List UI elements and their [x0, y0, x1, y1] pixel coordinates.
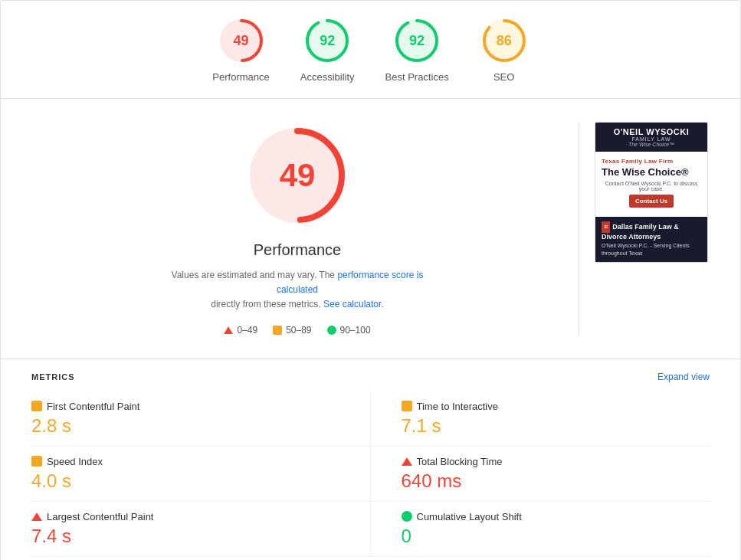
legend-orange-label: 50–89 [286, 325, 311, 336]
legend-triangle-icon [224, 326, 233, 334]
cls-value: 0 [402, 526, 710, 547]
ad-header-main: O'NEIL WYSOCKI [602, 127, 701, 136]
legend-red-label: 0–49 [237, 325, 257, 336]
legend-orange: 50–89 [273, 325, 311, 336]
tbt-status-icon [402, 457, 412, 466]
metric-tbt: Total Blocking Time 640 ms [371, 447, 710, 502]
cls-header: Cumulative Layout Shift [402, 511, 710, 522]
tti-name: Time to Interactive [417, 401, 498, 412]
ad-header-slogan: The Wise Choice™ [602, 142, 701, 147]
score-circle-best-practices: 92 [392, 16, 441, 65]
tbt-name: Total Blocking Time [417, 456, 503, 467]
fcp-value: 2.8 s [31, 415, 339, 437]
score-circle-accessibility: 92 [303, 16, 352, 65]
si-status-icon [31, 456, 42, 467]
tab-performance[interactable]: 49 Performance [212, 16, 269, 83]
lcp-value: 7.4 s [31, 526, 339, 547]
ad-panel: O'NEIL WYSOCKI FAMILY LAW The Wise Choic… [595, 122, 710, 336]
lcp-status-icon [31, 513, 42, 521]
metric-fcp: First Contentful Paint 2.8 s [31, 391, 371, 447]
metrics-header: METRICS Expand view [31, 372, 710, 382]
cls-status-icon [402, 511, 412, 522]
ad-body: Texas Family Law Firm The Wise Choice® C… [595, 152, 707, 217]
fcp-name: First Contentful Paint [47, 401, 139, 412]
cls-name: Cumulative Layout Shift [417, 511, 522, 522]
score-description: Values are estimated and may vary. The p… [152, 268, 443, 313]
ad-box: O'NEIL WYSOCKI FAMILY LAW The Wise Choic… [595, 122, 708, 263]
ad-menu-icon: ≡ [602, 221, 610, 234]
ad-footer-desc: O'Neil Wysocki P.C. - Serving Clients th… [602, 242, 701, 257]
tab-accessibility[interactable]: 92 Accessibility [300, 16, 355, 83]
metric-tti: Time to Interactive 7.1 s [371, 391, 710, 447]
legend-green-label: 90–100 [340, 325, 371, 336]
metrics-section: METRICS Expand view First Contentful Pai… [1, 359, 740, 560]
score-tabs-row: 49 Performance 92 Accessibility [1, 1, 740, 99]
tab-label-accessibility: Accessibility [300, 71, 355, 83]
tab-label-best-practices: Best Practices [385, 71, 449, 83]
legend-square-icon [273, 326, 282, 335]
ad-desc: Contact O'Neil Wysocki P.C. to discuss y… [602, 181, 701, 192]
tab-label-performance: Performance [212, 71, 269, 83]
big-score-title: Performance [254, 241, 342, 259]
ad-cta-button[interactable]: Contact Us [629, 195, 674, 208]
metric-lcp: Largest Contentful Paint 7.4 s [31, 502, 371, 557]
main-container: 49 Performance 92 Accessibility [0, 0, 741, 560]
big-score-circle: 49 [244, 122, 351, 229]
tab-score-best-practices: 92 [409, 33, 425, 49]
tab-best-practices[interactable]: 92 Best Practices [385, 16, 449, 83]
ad-footer-title: ≡Dallas Family Law & Divorce Attorneys [602, 221, 701, 242]
legend-circle-icon [327, 326, 336, 335]
left-panel: 49 Performance Values are estimated and … [31, 122, 563, 336]
divider-vertical [579, 122, 579, 336]
ad-title: The Wise Choice® [602, 166, 701, 178]
tab-score-accessibility: 92 [320, 33, 335, 49]
tti-header: Time to Interactive [402, 401, 710, 412]
ad-tagline: Texas Family Law Firm [602, 158, 701, 165]
tab-seo[interactable]: 86 SEO [480, 16, 529, 83]
legend-red: 0–49 [224, 325, 257, 336]
si-header: Speed Index [31, 456, 339, 467]
ad-header-sub: FAMILY LAW [602, 136, 701, 142]
legend: 0–49 50–89 90–100 [224, 325, 370, 336]
fcp-header: First Contentful Paint [31, 401, 339, 412]
score-circle-seo: 86 [480, 16, 529, 65]
tbt-header: Total Blocking Time [402, 456, 710, 467]
legend-green: 90–100 [327, 325, 371, 336]
calculator-link[interactable]: See calculator. [323, 299, 384, 309]
si-value: 4.0 s [31, 470, 339, 492]
metrics-title: METRICS [31, 372, 75, 382]
tti-status-icon [402, 401, 412, 411]
lcp-header: Largest Contentful Paint [31, 511, 339, 522]
tti-value: 7.1 s [402, 415, 710, 437]
tab-label-seo: SEO [493, 71, 514, 83]
lcp-name: Largest Contentful Paint [47, 511, 153, 522]
fcp-status-icon [31, 401, 42, 411]
metrics-grid: First Contentful Paint 2.8 s Time to Int… [31, 391, 710, 557]
tbt-value: 640 ms [402, 470, 710, 492]
big-score-value: 49 [280, 157, 316, 194]
score-circle-performance: 49 [217, 16, 266, 65]
main-content: 49 Performance Values are estimated and … [1, 99, 740, 359]
ad-footer: ≡Dallas Family Law & Divorce Attorneys O… [595, 217, 707, 262]
ad-header: O'NEIL WYSOCKI FAMILY LAW The Wise Choic… [595, 123, 707, 152]
expand-view-button[interactable]: Expand view [657, 372, 710, 382]
metric-si: Speed Index 4.0 s [31, 447, 371, 502]
metric-cls: Cumulative Layout Shift 0 [371, 502, 710, 557]
tab-score-performance: 49 [234, 33, 249, 49]
si-name: Speed Index [47, 456, 103, 467]
tab-score-seo: 86 [497, 33, 512, 49]
